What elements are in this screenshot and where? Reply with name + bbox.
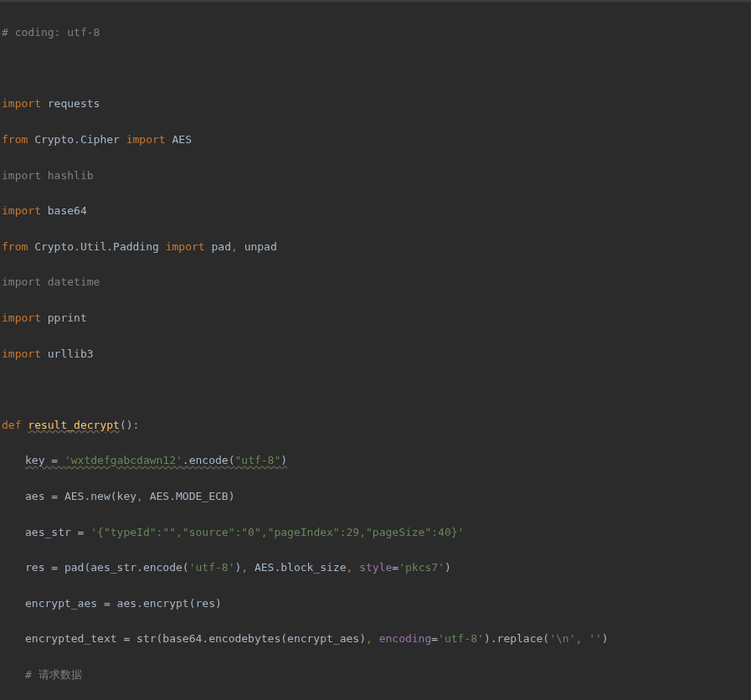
code-line[interactable]: encrypted_text = str(base64.encodebytes(…	[0, 630, 751, 647]
code-line[interactable]	[0, 380, 751, 398]
code-line[interactable]: import base64	[0, 202, 751, 219]
code-line[interactable]: from Crypto.Cipher import AES	[0, 131, 751, 148]
code-line[interactable]	[0, 59, 751, 77]
code-line[interactable]: # coding: utf-8	[0, 23, 751, 41]
code-line[interactable]: import datetime	[0, 273, 751, 291]
code-editor[interactable]: # coding: utf-8 import requests from Cry…	[0, 3, 751, 700]
code-line[interactable]: res = pad(aes_str.encode('utf-8'), AES.b…	[0, 558, 751, 576]
code-line[interactable]: import urllib3	[0, 345, 751, 363]
code-line[interactable]: aes = AES.new(key, AES.MODE_ECB)	[0, 487, 751, 505]
code-line[interactable]: import pprint	[0, 309, 751, 327]
code-line[interactable]: encrypt_aes = aes.encrypt(res)	[0, 594, 751, 612]
code-line[interactable]: import requests	[0, 95, 751, 112]
code-line[interactable]: from Crypto.Util.Padding import pad, unp…	[0, 238, 751, 255]
code-line[interactable]: import hashlib	[0, 167, 751, 184]
code-line[interactable]: def result_decrypt():	[0, 416, 751, 434]
code-line[interactable]: key = 'wxtdefgabcdawn12'.encode("utf-8")	[0, 451, 751, 469]
code-line[interactable]: # 请求数据	[0, 666, 751, 683]
code-line[interactable]: aes_str = '{"typeId":"","source":"0","pa…	[0, 523, 751, 541]
